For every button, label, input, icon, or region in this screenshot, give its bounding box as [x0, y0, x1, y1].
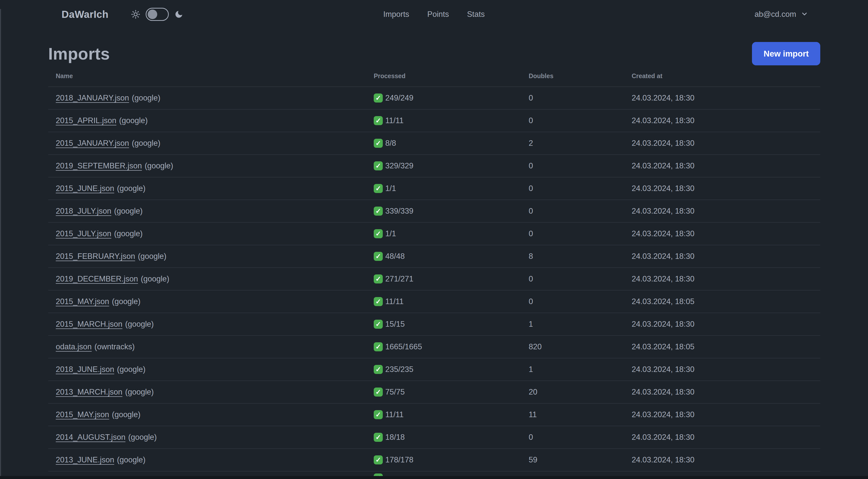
doubles-count: 1 [521, 365, 624, 374]
import-file-link[interactable]: 2018_JANUARY.json [56, 93, 129, 102]
doubles-count: 0 [521, 116, 624, 125]
processed-count: 249/249 [385, 93, 413, 102]
column-header: Created at [624, 72, 820, 80]
import-file-link[interactable]: 2013_JUNE.json [56, 455, 114, 465]
table-row: 2015_MAY.json (google) ✓ 11/11 0 24.03.2… [48, 291, 820, 313]
check-icon: ✓ [374, 455, 383, 465]
created-at: 24.03.2024, 18:30 [624, 207, 820, 216]
check-icon: ✓ [374, 161, 383, 170]
table-row: 2013_JUNE.json (google) ✓ 178/178 59 24.… [48, 449, 820, 472]
doubles-count: 1 [521, 320, 624, 329]
import-file-link[interactable]: 2013_MARCH.json [56, 388, 122, 396]
import-file-link[interactable]: 2015_MAY.json [56, 297, 109, 306]
check-icon: ✓ [374, 320, 383, 329]
created-at: 24.03.2024, 18:30 [624, 252, 820, 261]
table-row: 2018_JANUARY.json (google) ✓ 249/249 0 2… [48, 87, 820, 110]
check-icon: ✓ [374, 297, 383, 306]
check-icon: ✓ [374, 207, 383, 216]
created-at: 24.03.2024, 18:30 [624, 139, 820, 148]
doubles-count: 0 [521, 297, 624, 306]
created-at: 24.03.2024, 18:30 [624, 184, 820, 193]
check-icon: ✓ [374, 410, 383, 419]
import-source: (google) [145, 161, 173, 170]
doubles-count: 820 [521, 342, 624, 351]
created-at: 24.03.2024, 18:30 [624, 433, 820, 442]
created-at: 24.03.2024, 18:30 [624, 388, 820, 396]
import-file-link[interactable]: 2015_JULY.json [56, 229, 111, 238]
column-header: Processed [366, 72, 521, 80]
check-icon: ✓ [374, 229, 383, 238]
import-file-link[interactable]: 2015_APRIL.json [56, 116, 116, 125]
import-file-link[interactable]: 2015_MARCH.json [56, 320, 122, 329]
table-row: 2019_SEPTEMBER.json (google) ✓ 329/329 0… [48, 155, 820, 177]
table-row: 2015_MAY.json (google) ✓ 11/11 11 24.03.… [48, 403, 820, 426]
table-header-row: NameProcessedDoublesCreated at [48, 65, 820, 87]
new-import-button[interactable]: New import [752, 42, 820, 65]
import-file-link[interactable]: 2014_AUGUST.json [56, 433, 125, 442]
processed-count: 8/8 [385, 139, 396, 148]
check-icon: ✓ [374, 274, 383, 283]
import-file-link[interactable]: 2015_JANUARY.json [56, 139, 129, 148]
window-left-edge [0, 9, 1, 476]
table-row: 2015_APRIL.json (google) ✓ 11/11 0 24.03… [48, 110, 820, 132]
table-row: 2014_AUGUST.json (google) ✓ 18/18 0 24.0… [48, 426, 820, 449]
user-email: ab@cd.com [754, 10, 796, 19]
doubles-count: 0 [521, 274, 624, 283]
column-header: Doubles [521, 72, 624, 80]
import-file-link[interactable]: 2015_JUNE.json [56, 184, 114, 193]
created-at: 24.03.2024, 18:05 [624, 297, 820, 306]
user-menu[interactable]: ab@cd.com [754, 0, 808, 29]
table-row: 2019_DECEMBER.json (google) ✓ 271/271 0 … [48, 268, 820, 291]
processed-count: 11/11 [385, 116, 404, 125]
processed-count: 329/329 [385, 161, 413, 170]
import-source: (google) [117, 455, 146, 465]
processed-count: 15/15 [385, 320, 405, 329]
doubles-count: 59 [521, 455, 624, 465]
import-file-link[interactable]: 2018_JUNE.json [56, 365, 114, 374]
import-file-link[interactable]: 2015_MAY.json [56, 410, 109, 419]
processed-count: 1/1 [385, 229, 396, 238]
import-source: (google) [114, 207, 143, 216]
check-icon: ✓ [374, 388, 383, 396]
navbar: DaWarIch [0, 0, 868, 29]
doubles-count: 0 [521, 207, 624, 216]
import-file-link[interactable]: 2018_JULY.json [56, 207, 111, 216]
nav-link[interactable]: Stats [467, 10, 485, 19]
import-source: (google) [125, 388, 154, 396]
import-source: (google) [138, 252, 166, 261]
import-source: (google) [112, 410, 141, 419]
check-icon: ✓ [374, 184, 383, 193]
created-at: 24.03.2024, 18:30 [624, 320, 820, 329]
import-file-link[interactable]: 2015_FEBRUARY.json [56, 252, 135, 261]
chevron-down-icon [801, 10, 808, 19]
doubles-count: 20 [521, 388, 624, 396]
import-source: (google) [119, 116, 148, 125]
import-source: (owntracks) [94, 342, 135, 351]
nav-link[interactable]: Imports [383, 10, 409, 19]
created-at: 24.03.2024, 18:30 [624, 365, 820, 374]
nav-link[interactable]: Points [427, 10, 449, 19]
processed-count: 11/11 [385, 297, 404, 306]
import-source: (google) [114, 229, 143, 238]
processed-count: 18/18 [385, 433, 405, 442]
import-file-link[interactable]: 2019_DECEMBER.json [56, 274, 138, 283]
processed-count: 1/1 [385, 184, 396, 193]
page-title: Imports [48, 44, 110, 63]
doubles-count: 8 [521, 252, 624, 261]
window-bottom-edge [0, 476, 868, 479]
check-icon: ✓ [374, 433, 383, 442]
import-file-link[interactable]: odata.json [56, 342, 92, 351]
table-row: 2018_JUNE.json (google) ✓ 235/235 1 24.0… [48, 358, 820, 381]
created-at: 24.03.2024, 18:05 [624, 342, 820, 351]
processed-count: 235/235 [385, 365, 413, 374]
processed-count: 1665/1665 [385, 342, 422, 351]
doubles-count: 2 [521, 139, 624, 148]
doubles-count: 0 [521, 184, 624, 193]
created-at: 24.03.2024, 18:30 [624, 93, 820, 102]
table-row: odata.json (owntracks) ✓ 1665/1665 820 2… [48, 336, 820, 358]
import-source: (google) [112, 297, 141, 306]
created-at: 24.03.2024, 18:30 [624, 274, 820, 283]
processed-count: 178/178 [385, 455, 413, 465]
import-source: (google) [132, 93, 160, 102]
import-file-link[interactable]: 2019_SEPTEMBER.json [56, 161, 142, 170]
